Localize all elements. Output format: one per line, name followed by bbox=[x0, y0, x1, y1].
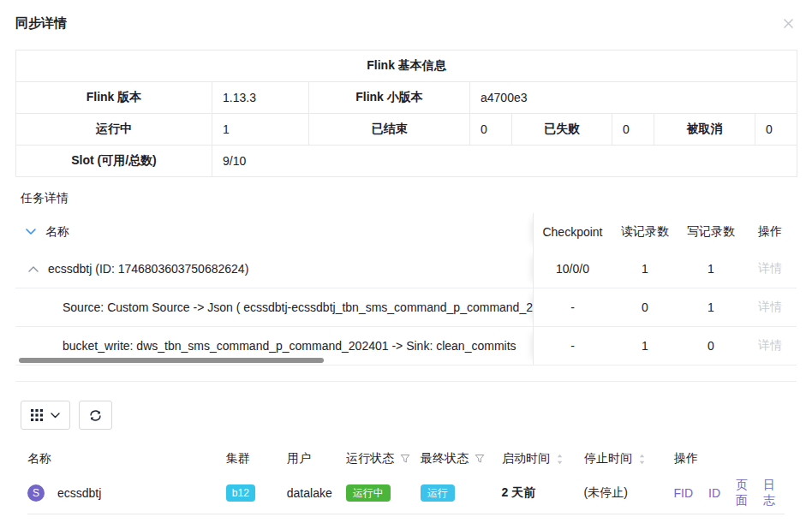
collapse-all-button[interactable] bbox=[26, 229, 36, 235]
job-col-action: 操作 bbox=[674, 451, 785, 467]
id-link[interactable]: ID bbox=[708, 486, 720, 500]
canceled-label: 被取消 bbox=[654, 114, 755, 146]
finished-value: 0 bbox=[470, 114, 512, 146]
task-checkpoint: - bbox=[533, 288, 612, 326]
job-row: S ecssdbtj b12 datalake 运行中 运行 2 天前 (未停止… bbox=[27, 472, 785, 514]
task-write-count: 1 bbox=[678, 288, 743, 326]
column-settings-button[interactable] bbox=[21, 401, 70, 430]
job-table-header: 名称 集群 用户 运行状态 最终状态 启动时间 bbox=[27, 445, 785, 472]
task-detail-section-title: 任务详情 bbox=[21, 191, 797, 206]
close-icon bbox=[782, 17, 795, 30]
collapse-row-button[interactable] bbox=[28, 265, 39, 272]
job-col-cluster: 集群 bbox=[226, 451, 287, 467]
task-read-count: 1 bbox=[612, 327, 678, 365]
refresh-button[interactable] bbox=[79, 401, 112, 430]
avatar: S bbox=[27, 484, 45, 502]
slot-value: 9/10 bbox=[212, 146, 797, 177]
job-stop-time: (未停止) bbox=[584, 485, 674, 501]
task-name: ecssdbtj (ID: 1746803603750682624) bbox=[48, 262, 248, 276]
job-table: 名称 集群 用户 运行状态 最终状态 启动时间 bbox=[15, 445, 797, 514]
job-col-run-status: 运行状态 bbox=[346, 451, 394, 467]
close-button[interactable] bbox=[780, 15, 797, 32]
flink-version-label: Flink 版本 bbox=[16, 82, 212, 114]
task-table: 名称 Checkpoint 读记录数 写记录数 操作 ecssdbtj (ID:… bbox=[15, 213, 797, 366]
job-col-final-status: 最终状态 bbox=[421, 451, 469, 467]
flink-info-title: Flink 基本信息 bbox=[16, 51, 797, 82]
grid-icon bbox=[31, 409, 43, 421]
flink-minor-version-value: a4700e3 bbox=[470, 82, 797, 114]
job-col-user: 用户 bbox=[287, 451, 346, 467]
task-checkpoint: - bbox=[533, 327, 612, 365]
sync-detail-drawer: 同步详情 Flink 基本信息 Flink 版本 1.13.3 Flink 小版… bbox=[0, 0, 812, 514]
task-table-header: 名称 Checkpoint 读记录数 写记录数 操作 bbox=[15, 213, 797, 250]
job-user: datalake bbox=[287, 486, 346, 500]
sort-icon[interactable] bbox=[638, 453, 646, 466]
task-col-checkpoint: Checkpoint bbox=[533, 213, 612, 250]
log-link[interactable]: 日志 bbox=[763, 478, 775, 508]
flink-version-value: 1.13.3 bbox=[212, 82, 309, 114]
task-checkpoint: 10/0/0 bbox=[533, 250, 612, 288]
filter-icon[interactable] bbox=[400, 454, 410, 464]
failed-value: 0 bbox=[612, 114, 654, 146]
drawer-header: 同步详情 bbox=[15, 0, 797, 32]
task-read-count: 1 bbox=[612, 250, 678, 288]
horizontal-scrollbar-thumb[interactable] bbox=[19, 358, 324, 363]
running-label: 运行中 bbox=[16, 114, 212, 146]
task-name: Source: Custom Source -> Json ( ecssdbtj… bbox=[63, 300, 533, 314]
task-read-count: 0 bbox=[612, 288, 678, 326]
task-detail-link[interactable]: 详情 bbox=[758, 300, 782, 315]
fid-link[interactable]: FID bbox=[673, 486, 693, 500]
chevron-down-icon bbox=[26, 229, 36, 235]
divider bbox=[15, 381, 797, 382]
refresh-icon bbox=[89, 409, 102, 422]
task-row-source: Source: Custom Source -> Json ( ecssdbtj… bbox=[15, 288, 797, 327]
sort-icon[interactable] bbox=[556, 453, 564, 466]
failed-label: 已失败 bbox=[512, 114, 612, 146]
finished-label: 已结束 bbox=[309, 114, 470, 146]
flink-info-table: Flink 基本信息 Flink 版本 1.13.3 Flink 小版本 a47… bbox=[15, 50, 797, 177]
final-status-badge: 运行 bbox=[421, 484, 455, 502]
run-status-badge: 运行中 bbox=[346, 484, 391, 502]
job-col-start-time: 启动时间 bbox=[502, 451, 550, 467]
task-write-count: 1 bbox=[678, 250, 743, 288]
running-value: 1 bbox=[212, 114, 309, 146]
task-col-read: 读记录数 bbox=[612, 213, 678, 250]
slot-label: Slot (可用/总数) bbox=[16, 146, 212, 177]
task-col-action: 操作 bbox=[743, 213, 797, 250]
job-col-stop-time: 停止时间 bbox=[584, 451, 632, 467]
job-name: ecssdbtj bbox=[57, 486, 101, 500]
job-actions: FID ID 页面 日志 bbox=[673, 478, 785, 508]
chevron-up-icon bbox=[28, 265, 39, 272]
toolbar bbox=[15, 401, 797, 430]
task-col-name: 名称 bbox=[45, 224, 69, 240]
filter-icon[interactable] bbox=[475, 454, 485, 464]
task-detail-link[interactable]: 详情 bbox=[758, 261, 782, 276]
job-start-time: 2 天前 bbox=[502, 485, 584, 501]
flink-minor-version-label: Flink 小版本 bbox=[309, 82, 470, 114]
task-row-job: ecssdbtj (ID: 1746803603750682624) 10/0/… bbox=[15, 250, 797, 288]
task-write-count: 0 bbox=[678, 327, 743, 365]
cluster-badge: b12 bbox=[226, 484, 255, 502]
job-col-name: 名称 bbox=[27, 451, 226, 467]
canceled-value: 0 bbox=[755, 114, 797, 146]
task-detail-link[interactable]: 详情 bbox=[758, 338, 782, 354]
chevron-down-icon bbox=[51, 413, 60, 419]
page-title: 同步详情 bbox=[15, 15, 67, 32]
task-col-write: 写记录数 bbox=[678, 213, 743, 250]
task-name: bucket_write: dws_tbn_sms_command_p_comm… bbox=[63, 339, 516, 353]
page-link[interactable]: 页面 bbox=[736, 478, 748, 508]
